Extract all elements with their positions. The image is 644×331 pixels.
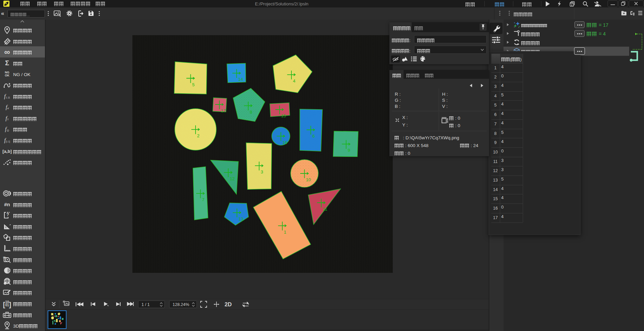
svg-text:2D: 2D [225,301,232,307]
svg-text:?: ? [6,212,9,217]
svg-text:1: 1 [58,325,59,326]
